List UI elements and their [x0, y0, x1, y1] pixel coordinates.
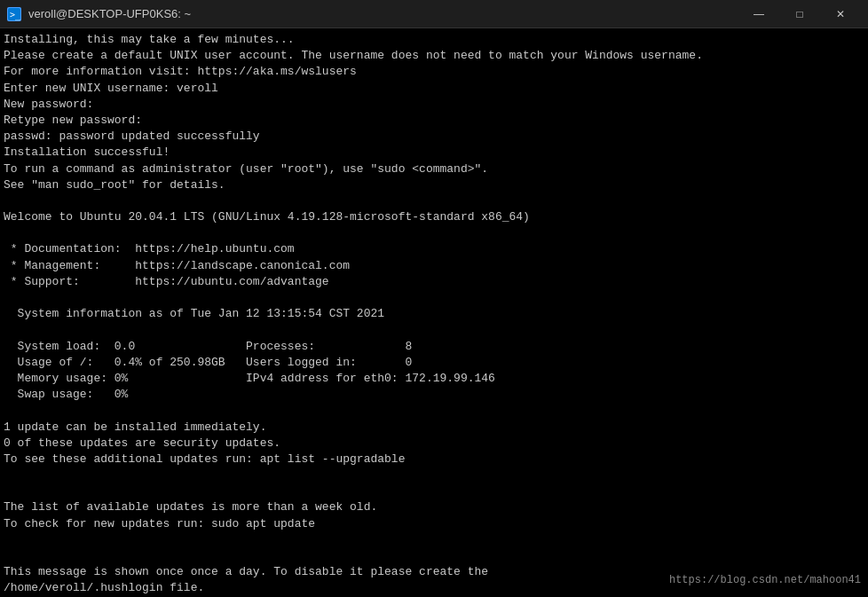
terminal-output: Installing, this may take a few minutes.…: [4, 32, 864, 597]
terminal-window: >_ veroll@DESKTOP-UFP0KS6: ~ — □ ✕ Insta…: [0, 0, 868, 597]
window-title: veroll@DESKTOP-UFP0KS6: ~: [28, 7, 191, 20]
terminal-body[interactable]: Installing, this may take a few minutes.…: [0, 28, 868, 597]
minimize-button[interactable]: —: [738, 0, 779, 28]
titlebar-left: >_ veroll@DESKTOP-UFP0KS6: ~: [7, 7, 191, 21]
watermark-text: https://blog.csdn.net/mahoon41: [669, 574, 861, 586]
window-controls: — □ ✕: [738, 0, 861, 28]
app-icon: >_: [7, 7, 21, 21]
close-button[interactable]: ✕: [820, 0, 861, 28]
titlebar: >_ veroll@DESKTOP-UFP0KS6: ~ — □ ✕: [0, 0, 868, 28]
svg-text:>_: >_: [10, 10, 20, 20]
maximize-button[interactable]: □: [779, 0, 820, 28]
